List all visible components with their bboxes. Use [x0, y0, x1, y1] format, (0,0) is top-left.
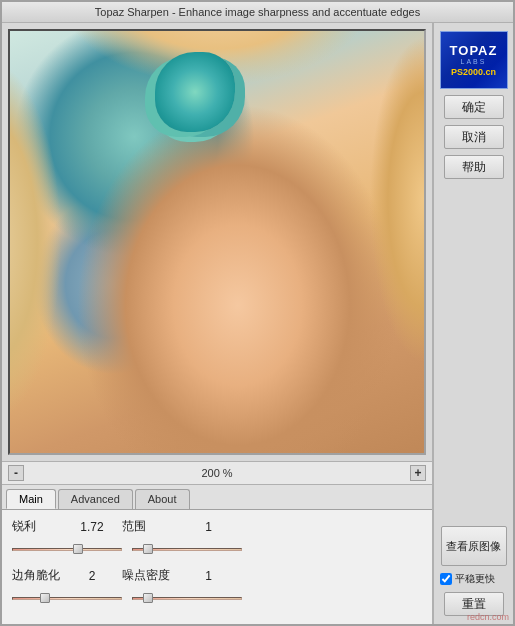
- confirm-button[interactable]: 确定: [444, 95, 504, 119]
- main-content: - 200 % + Main Advanced About 锐利: [2, 23, 513, 624]
- logo-topaz-text: TOPAZ: [450, 43, 498, 58]
- range-label: 范围: [122, 518, 182, 535]
- topaz-logo: TOPAZ LABS PS2000.cn: [440, 31, 508, 89]
- sharpen-slider-thumb[interactable]: [73, 544, 83, 554]
- cancel-button[interactable]: 取消: [444, 125, 504, 149]
- image-preview[interactable]: [8, 29, 426, 455]
- title-bar: Topaz Sharpen - Enhance image sharpness …: [2, 2, 513, 23]
- tab-content-main: 锐利 1.72 范围 1: [2, 510, 432, 624]
- smooth-faster-label: 平稳更快: [455, 572, 495, 586]
- noise-slider[interactable]: [132, 590, 242, 606]
- param-row-labels-1: 锐利 1.72 范围 1: [12, 518, 422, 535]
- brand-watermark: redcn.com: [467, 612, 509, 622]
- sharpen-slider[interactable]: [12, 541, 122, 557]
- zoom-value: 200 %: [24, 467, 410, 479]
- view-original-button[interactable]: 查看原图像: [441, 526, 507, 566]
- logo-labs-text: LABS: [461, 58, 487, 65]
- sharpen-slider-track: [12, 548, 122, 551]
- flower-layer: [155, 52, 235, 132]
- corner-slider[interactable]: [12, 590, 122, 606]
- tab-main[interactable]: Main: [6, 489, 56, 509]
- window-title: Topaz Sharpen - Enhance image sharpness …: [95, 6, 420, 18]
- corner-slider-track: [12, 597, 122, 600]
- corner-label: 边角脆化: [12, 567, 72, 584]
- tabs-section: Main Advanced About 锐利 1.72 范围 1: [2, 484, 432, 624]
- image-bg: [10, 31, 424, 453]
- noise-label: 噪点密度: [122, 567, 182, 584]
- zoom-out-button[interactable]: -: [8, 465, 24, 481]
- slider-row-2: [12, 590, 422, 606]
- zoom-in-button[interactable]: +: [410, 465, 426, 481]
- left-panel: - 200 % + Main Advanced About 锐利: [2, 23, 433, 624]
- corner-value: 2: [72, 569, 112, 583]
- tab-advanced[interactable]: Advanced: [58, 489, 133, 509]
- main-window: Topaz Sharpen - Enhance image sharpness …: [0, 0, 515, 626]
- noise-slider-thumb[interactable]: [143, 593, 153, 603]
- corner-slider-thumb[interactable]: [40, 593, 50, 603]
- range-slider[interactable]: [132, 541, 242, 557]
- sharpen-label: 锐利: [12, 518, 72, 535]
- help-button[interactable]: 帮助: [444, 155, 504, 179]
- zoom-bar: - 200 % +: [2, 461, 432, 484]
- smooth-faster-row: 平稳更快: [440, 572, 508, 586]
- range-slider-thumb[interactable]: [143, 544, 153, 554]
- tab-about[interactable]: About: [135, 489, 190, 509]
- slider-row-1: [12, 541, 422, 557]
- param-row-labels-2: 边角脆化 2 噪点密度 1: [12, 567, 422, 584]
- range-value: 1: [182, 520, 212, 534]
- right-panel: TOPAZ LABS PS2000.cn 确定 取消 帮助 查看原图像 平稳更快: [433, 23, 513, 624]
- noise-value: 1: [182, 569, 212, 583]
- tab-bar: Main Advanced About: [2, 485, 432, 510]
- smooth-faster-checkbox[interactable]: [440, 573, 452, 585]
- sharpen-value: 1.72: [72, 520, 112, 534]
- logo-ps-text: PS2000.cn: [451, 67, 496, 77]
